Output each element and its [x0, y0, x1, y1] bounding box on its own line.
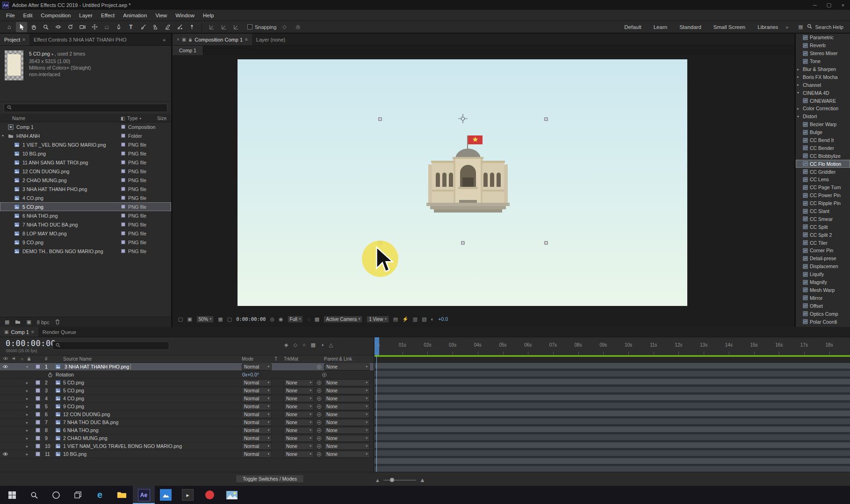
layer-source-name[interactable]: 10 BG.png — [63, 451, 242, 457]
parent-dropdown[interactable]: None▾ — [324, 451, 370, 458]
column-size[interactable]: Size — [157, 115, 171, 121]
parent-pickwhip-icon[interactable] — [317, 452, 324, 457]
menu-layer[interactable]: Layer — [75, 10, 97, 21]
home-tool-icon[interactable]: ⌂ — [4, 22, 15, 32]
twirl-icon[interactable]: ▸ — [26, 420, 36, 425]
column-trkmat[interactable]: TrkMat — [284, 356, 314, 362]
taskbar-media-app-icon[interactable]: ▸ — [177, 486, 199, 504]
current-time-display[interactable]: 0:00:00:00 — [6, 339, 56, 348]
choose-grid-icon[interactable]: ▦ — [218, 316, 223, 322]
twirl-icon[interactable]: ▸ — [797, 106, 803, 111]
twirl-icon[interactable]: ▸ — [797, 67, 803, 71]
effect-item-row[interactable]: Displacemen — [796, 263, 850, 270]
label-color-swatch[interactable] — [121, 205, 125, 209]
effects-category-row[interactable]: ▸Boris FX Mocha — [796, 73, 850, 81]
mode-dropdown[interactable]: Normal▾ — [242, 387, 272, 394]
camera-tool-icon[interactable] — [77, 22, 88, 32]
effect-item-row[interactable]: CC Lens — [796, 176, 850, 184]
trkmat-dropdown[interactable]: None▾ — [284, 443, 314, 450]
label-color-swatch[interactable] — [121, 249, 125, 253]
pickwhip-icon[interactable] — [322, 372, 327, 377]
pixel-aspect-icon[interactable]: ▤ — [393, 316, 398, 322]
effect-item-row[interactable]: Offset — [796, 302, 850, 310]
twirl-icon[interactable]: ▸ — [26, 428, 36, 433]
effect-item-row[interactable]: Magnify — [796, 278, 850, 286]
frame-blending-icon[interactable]: ▩ — [311, 342, 316, 348]
parent-pickwhip-icon[interactable] — [317, 428, 324, 433]
taskbar-screen-recorder-icon[interactable] — [199, 486, 221, 504]
parent-dropdown[interactable]: None▾ — [324, 387, 370, 394]
label-color-swatch[interactable] — [121, 178, 125, 182]
pen-tool-icon[interactable] — [113, 22, 124, 32]
parent-dropdown[interactable]: None▾ — [324, 435, 370, 442]
region-of-interest-icon[interactable]: ▢ — [227, 316, 232, 322]
stopwatch-icon[interactable] — [48, 372, 53, 377]
label-color-swatch[interactable] — [121, 169, 125, 173]
orbit-tool-icon[interactable] — [52, 22, 64, 32]
twirl-icon[interactable]: ▸ — [26, 452, 36, 456]
panel-menu-icon[interactable]: ≡ — [245, 37, 248, 42]
close-icon[interactable]: × — [177, 37, 180, 42]
menu-animation[interactable]: Animation — [119, 10, 151, 21]
label-color-swatch[interactable] — [36, 412, 40, 417]
mode-dropdown[interactable]: Normal▾ — [242, 411, 272, 418]
parent-dropdown[interactable]: None▾ — [324, 379, 370, 386]
current-time-indicator[interactable] — [375, 337, 379, 355]
tab-composition[interactable]: × ▣ Composition Comp 1 ≡ — [173, 34, 252, 45]
snapping-checkbox[interactable] — [247, 24, 252, 29]
close-button[interactable]: × — [836, 0, 850, 10]
shape-tool-icon[interactable]: □ — [101, 22, 112, 32]
selection-handle[interactable] — [461, 241, 465, 245]
comp-mini-flowchart-icon[interactable]: ◈ — [284, 342, 288, 348]
taskbar-after-effects-icon[interactable]: Ae — [133, 486, 155, 504]
selection-tool-icon[interactable] — [16, 22, 27, 32]
twirl-icon[interactable]: ▸ — [797, 75, 803, 79]
effect-item-row[interactable]: CC Tiler — [796, 239, 850, 247]
brush-tool-icon[interactable] — [137, 22, 149, 32]
column-number[interactable]: # — [45, 356, 55, 362]
snap-more-icon[interactable]: ◎ — [293, 22, 304, 32]
trkmat-dropdown[interactable]: None▾ — [284, 387, 314, 394]
tab-layer[interactable]: Layer (none) — [252, 34, 289, 45]
roto-brush-tool-icon[interactable] — [174, 22, 185, 32]
layer-row[interactable]: ▸1110 BG.pngNormal▾None▾None▾ — [0, 450, 374, 458]
menu-view[interactable]: View — [151, 10, 171, 21]
flowchart-icon[interactable]: ▧ — [422, 316, 426, 322]
effect-item-row[interactable]: CC Page Turn — [796, 184, 850, 192]
menu-effect[interactable]: Effect — [97, 10, 119, 21]
label-color-swatch[interactable] — [121, 134, 125, 138]
label-color-swatch[interactable] — [121, 142, 125, 147]
tab-effect-controls[interactable]: Effect Controls 3 NHA HAT THANH PHO — [29, 34, 130, 45]
tab-timeline-comp[interactable]: ▣ Comp 1 ≡ — [0, 327, 38, 337]
parent-pickwhip-icon[interactable] — [317, 420, 324, 425]
layer-row[interactable]: ▸25 CO.pngNormal▾None▾None▾ — [0, 379, 374, 387]
layer-row[interactable]: ▸92 CHAO MUNG.pngNormal▾None▾None▾ — [0, 434, 374, 442]
parent-pickwhip-icon[interactable] — [317, 436, 324, 441]
trkmat-dropdown[interactable]: None▾ — [284, 427, 314, 434]
comp-mini-tab[interactable]: Comp 1 — [173, 46, 203, 55]
project-item-row[interactable]: 4 CO.pngPNG file — [0, 193, 171, 202]
project-item-row[interactable]: 3 NHA HAT THANH PHO.pngPNG file — [0, 185, 171, 193]
effect-item-row[interactable]: CC Split — [796, 223, 850, 231]
search-help[interactable]: Search Help — [807, 24, 843, 30]
mode-dropdown[interactable]: Normal▾ — [242, 403, 272, 410]
new-folder-icon[interactable] — [15, 319, 21, 325]
effect-item-row[interactable]: Tone — [796, 57, 850, 65]
effect-item-row[interactable]: Bulge — [796, 128, 850, 136]
label-color-swatch[interactable] — [121, 196, 125, 200]
new-composition-icon[interactable]: ▣ — [26, 319, 31, 325]
parent-dropdown[interactable]: None▾ — [324, 419, 370, 426]
resolution-dropdown[interactable]: Full▾ — [288, 316, 303, 323]
workspace-standard[interactable]: Standard — [679, 24, 701, 30]
layer-source-name[interactable]: 2 CHAO MUNG.png — [63, 435, 242, 441]
effect-item-row[interactable]: Polar Coordi — [796, 318, 850, 326]
effect-item-row[interactable]: CC Flo Motion — [796, 160, 850, 168]
effect-item-row[interactable]: CC Blobbylize — [796, 152, 850, 160]
twirl-icon[interactable]: ▸ — [797, 83, 803, 87]
twirl-icon[interactable]: ▾ — [26, 365, 36, 369]
label-color-swatch[interactable] — [121, 240, 125, 244]
taskbar-edge-icon[interactable]: e — [89, 486, 111, 504]
layer-row[interactable]: ▸59 CO.pngNormal▾None▾None▾ — [0, 403, 374, 411]
parent-dropdown[interactable]: None▾ — [324, 363, 370, 370]
motion-blur-icon[interactable]: ◑ — [321, 342, 324, 348]
